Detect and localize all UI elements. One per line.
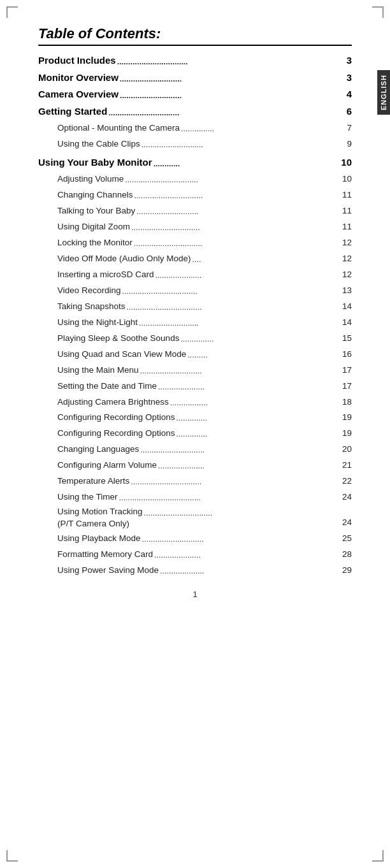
toc-sub-main-menu: Using the Main Menu ....................… — [38, 363, 352, 378]
toc-sub-adjusting-volume: Adjusting Volume .......................… — [38, 172, 352, 187]
formatting-memory-num: 28 — [342, 547, 352, 562]
toc-entry-locking-monitor: Locking the Monitor ....................… — [57, 236, 352, 250]
digital-zoom-label: Using Digital Zoom — [57, 220, 130, 235]
corner-mark-br — [372, 850, 384, 862]
toc-sub-camera-brightness: Adjusting Camera Brightness ............… — [38, 395, 352, 410]
quad-scan-dots: ......... — [186, 349, 342, 362]
recording-options-1-num: 19 — [342, 410, 352, 425]
adjusting-volume-label: Adjusting Volume — [57, 172, 124, 187]
toc-entry-getting-started: Getting Started ........................… — [38, 105, 352, 119]
toc-sub-alarm-volume: Configuring Alarm Volume ...............… — [38, 458, 352, 473]
toc-entry-alarm-volume: Configuring Alarm Volume ...............… — [57, 458, 352, 473]
power-saving-label: Using Power Saving Mode — [57, 563, 159, 578]
toc-sub-quad-scan: Using Quad and Scan View Mode ......... … — [38, 347, 352, 362]
quad-scan-num: 16 — [342, 347, 352, 362]
motion-tracking-dots: ............................... — [143, 507, 342, 520]
toc-entry-temp-alerts: Temperature Alerts .....................… — [57, 474, 352, 489]
locking-monitor-dots: ............................... — [133, 237, 342, 250]
toc-entry-inserting-microsd: Inserting a microSD Card ...............… — [57, 268, 352, 282]
toc-entry-date-time: Setting the Date and Time ..............… — [57, 379, 352, 394]
toc-sub-recording-options-2: Configuring Recording Options ..........… — [38, 426, 352, 441]
quad-scan-label: Using Quad and Scan View Mode — [57, 347, 186, 362]
baby-monitor-dots: ............ — [152, 158, 342, 170]
toc-entry-adjusting-volume: Adjusting Volume .......................… — [57, 172, 352, 187]
english-tab: ENGLISH — [377, 70, 390, 115]
cable-clips-dots: ............................ — [140, 138, 347, 152]
night-light-num: 14 — [342, 315, 352, 330]
temp-alerts-num: 22 — [342, 474, 352, 489]
toc-main-entry-baby-monitor: Using Your Baby Monitor ............ 10 — [38, 156, 352, 170]
toc-entry-formatting-memory: Formatting Memory Card .................… — [57, 547, 352, 562]
video-recording-num: 13 — [342, 284, 352, 298]
alarm-volume-dots: ..................... — [157, 459, 342, 473]
toc-section-main: Product Includes .......................… — [38, 54, 352, 152]
toc-entry-changing-languages: Changing Languages .....................… — [57, 442, 352, 457]
toc-main-entry-getting-started: Getting Started ........................… — [38, 105, 352, 119]
title-divider — [38, 45, 352, 46]
toc-entry-power-saving: Using Power Saving Mode ................… — [57, 563, 352, 578]
toc-entry-quad-scan: Using Quad and Scan View Mode ......... … — [57, 347, 352, 362]
toc-sub-taking-snapshots: Taking Snapshots .......................… — [38, 300, 352, 314]
baby-monitor-label: Using Your Baby Monitor — [38, 156, 152, 170]
cable-clips-num: 9 — [347, 137, 352, 152]
toc-entry-timer: Using the Timer ........................… — [57, 490, 352, 505]
monitor-overview-num: 3 — [347, 71, 352, 85]
product-includes-label: Product Includes — [38, 54, 116, 68]
toc-entry-mounting-camera: Optional - Mounting the Camera .........… — [57, 121, 352, 136]
product-includes-num: 3 — [347, 54, 352, 68]
toc-sub-temp-alerts: Temperature Alerts .....................… — [38, 474, 352, 489]
talking-to-baby-label: Talking to Your Baby — [57, 204, 135, 219]
night-light-label: Using the Night-Light — [57, 315, 138, 330]
page-number: 1 — [38, 590, 352, 599]
corner-mark-tl — [6, 6, 18, 18]
toc-sub-talking-to-baby: Talking to Your Baby ...................… — [38, 204, 352, 219]
toc-entry-recording-options-2: Configuring Recording Options ..........… — [57, 426, 352, 441]
locking-monitor-label: Locking the Monitor — [57, 236, 133, 250]
sleep-sounds-dots: ............... — [179, 333, 342, 346]
toc-entry-camera-overview: Camera Overview ........................… — [38, 87, 352, 102]
toc-entry-main-menu: Using the Main Menu ....................… — [57, 363, 352, 378]
getting-started-label: Getting Started — [38, 105, 107, 119]
toc-entry-taking-snapshots: Taking Snapshots .......................… — [57, 300, 352, 314]
toc-sub-date-time: Setting the Date and Time ..............… — [38, 379, 352, 394]
toc-sub-formatting-memory: Formatting Memory Card .................… — [38, 547, 352, 562]
playback-mode-label: Using Playback Mode — [57, 532, 141, 546]
inserting-microsd-label: Inserting a microSD Card — [57, 268, 154, 282]
toc-entry-changing-channels: Changing Channels ......................… — [57, 188, 352, 203]
video-recording-label: Video Recording — [57, 284, 121, 298]
toc-entry-camera-brightness: Adjusting Camera Brightness ............… — [57, 395, 352, 410]
mounting-camera-num: 7 — [347, 121, 352, 136]
toc-entry-cable-clips: Using the Cable Clips ..................… — [57, 137, 352, 152]
changing-channels-dots: ............................... — [133, 189, 342, 203]
toc-entry-video-recording: Video Recording ........................… — [57, 284, 352, 298]
main-menu-dots: ............................ — [139, 365, 342, 378]
toc-sub-changing-channels: Changing Channels ......................… — [38, 188, 352, 203]
toc-sub-video-recording: Video Recording ........................… — [38, 284, 352, 298]
recording-options-2-num: 19 — [342, 426, 352, 441]
toc-entry-video-off-mode: Video Off Mode (Audio Only Mode) .... 12 — [57, 252, 352, 266]
night-light-dots: ........................... — [138, 317, 342, 330]
product-includes-dots: ................................ — [116, 56, 347, 68]
digital-zoom-num: 11 — [342, 220, 352, 235]
camera-brightness-num: 18 — [342, 395, 352, 410]
toc-sub-sleep-sounds: Playing Sleep & Soothe Sounds ..........… — [38, 331, 352, 346]
video-off-mode-label: Video Off Mode (Audio Only Mode) — [57, 252, 191, 266]
camera-overview-dots: ............................ — [119, 90, 347, 102]
formatting-memory-label: Formatting Memory Card — [57, 547, 153, 562]
recording-options-1-dots: .............. — [175, 412, 342, 425]
toc-sub-locking-monitor: Locking the Monitor ....................… — [38, 236, 352, 250]
toc-entry-monitor-overview: Monitor Overview .......................… — [38, 71, 352, 85]
getting-started-dots: ................................ — [107, 107, 346, 119]
baby-monitor-num: 10 — [341, 156, 352, 170]
toc-entry-night-light: Using the Night-Light ..................… — [57, 315, 352, 330]
toc-sub-motion-tracking: Using Motion Tracking(P/T Camera Only) .… — [38, 506, 352, 530]
toc-sub-entry-mounting-camera: Optional - Mounting the Camera .........… — [38, 121, 352, 136]
playback-mode-dots: ............................ — [141, 533, 342, 546]
toc-sub-entry-cable-clips: Using the Cable Clips ..................… — [38, 137, 352, 152]
date-time-label: Setting the Date and Time — [57, 379, 157, 394]
camera-brightness-dots: ................. — [169, 396, 342, 410]
main-menu-label: Using the Main Menu — [57, 363, 139, 378]
corner-mark-bl — [6, 850, 18, 862]
corner-mark-tr — [372, 6, 384, 18]
toc-sub-digital-zoom: Using Digital Zoom .....................… — [38, 220, 352, 235]
